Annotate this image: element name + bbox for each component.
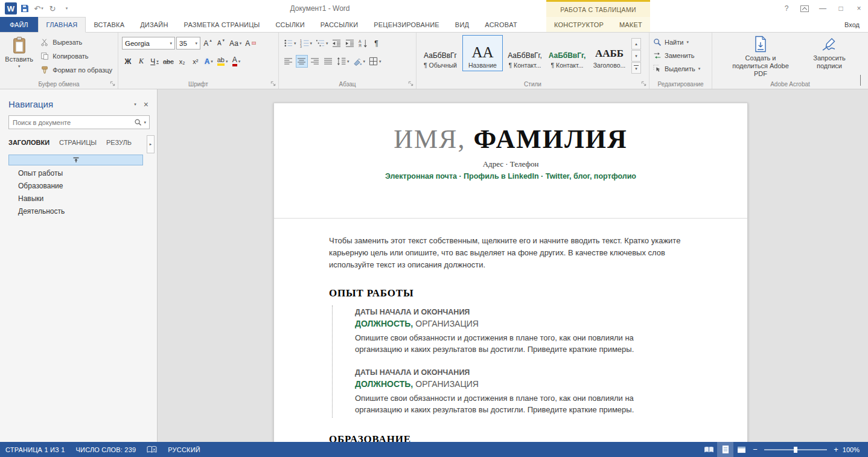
italic-button[interactable]: К xyxy=(135,55,147,68)
style-item-normal[interactable]: АаБбВвГг ¶ Обычный xyxy=(420,35,461,71)
paragraph-dialog-launcher[interactable] xyxy=(408,81,413,86)
entry-position-line[interactable]: ДОЛЖНОСТЬ,ОРГАНИЗАЦИЯ xyxy=(355,319,689,328)
close-button[interactable]: × xyxy=(850,0,868,17)
tab-mailings[interactable]: РАССЫЛКИ xyxy=(313,17,366,32)
word-app-icon[interactable]: W xyxy=(5,2,17,14)
zoom-slider-thumb[interactable] xyxy=(794,447,797,453)
select-button[interactable]: Выделить ▾ xyxy=(653,63,708,75)
web-layout-button[interactable] xyxy=(733,442,750,457)
heading-item-experience[interactable]: Опыт работы xyxy=(0,167,157,180)
superscript-button[interactable]: x² xyxy=(190,55,202,68)
align-left-button[interactable] xyxy=(282,55,295,68)
undo-button[interactable]: ↶▾ xyxy=(33,2,45,15)
styles-scroll-down-button[interactable]: ▾ xyxy=(631,50,641,62)
close-pane-button[interactable]: × xyxy=(144,100,148,109)
tab-page-layout[interactable]: РАЗМЕТКА СТРАНИЦЫ xyxy=(176,17,268,32)
tab-review[interactable]: РЕЦЕНЗИРОВАНИЕ xyxy=(366,17,447,32)
summary-paragraph[interactable]: Чтобы заменить этот текст собственным, щ… xyxy=(329,235,689,271)
tab-acrobat[interactable]: ACROBAT xyxy=(477,17,525,32)
tab-insert[interactable]: ВСТАВКА xyxy=(86,17,132,32)
zoom-in-button[interactable]: + xyxy=(831,445,841,454)
word-count-status[interactable]: ЧИСЛО СЛОВ: 239 xyxy=(71,442,142,457)
language-status[interactable]: РУССКИЙ xyxy=(162,442,206,457)
nav-tab-headings[interactable]: ЗАГОЛОВКИ xyxy=(8,139,49,146)
entry-description[interactable]: Опишите свои обязанности и достижения в … xyxy=(355,332,657,355)
underline-button[interactable]: Ч▾ xyxy=(148,55,161,68)
style-item-contact-1[interactable]: АаБбВвГг, ¶ Контакт... xyxy=(505,35,545,71)
line-spacing-button[interactable]: ▾ xyxy=(336,55,351,68)
print-layout-button[interactable] xyxy=(717,442,733,457)
find-button[interactable]: Найти ▾ xyxy=(653,36,708,48)
sign-in-link[interactable]: Вход xyxy=(844,17,860,32)
experience-heading[interactable]: ОПЫТ РАБОТЫ xyxy=(329,287,689,299)
entry-organization[interactable]: ОРГАНИЗАЦИЯ xyxy=(415,379,479,389)
sort-button[interactable] xyxy=(357,37,369,50)
zoom-slider[interactable] xyxy=(764,449,827,450)
font-dialog-launcher[interactable] xyxy=(270,81,276,86)
tab-file[interactable]: ФАЙЛ xyxy=(0,17,38,32)
resume-body[interactable]: Чтобы заменить этот текст собственным, щ… xyxy=(274,218,747,442)
resume-links-line[interactable]: Электронная почта · Профиль в LinkedIn ·… xyxy=(274,172,747,181)
subscript-button[interactable]: x₂ xyxy=(176,55,188,68)
tab-table-design[interactable]: КОНСТРУКТОР xyxy=(546,17,611,32)
tab-references[interactable]: ССЫЛКИ xyxy=(267,17,312,32)
multilevel-list-button[interactable]: ▾ xyxy=(314,37,330,50)
request-signatures-button[interactable]: Запросить подписи xyxy=(808,36,851,78)
text-effects-button[interactable]: А▾ xyxy=(203,55,215,68)
justify-button[interactable] xyxy=(322,55,334,68)
experience-entry[interactable]: ДАТЫ НАЧАЛА И ОКОНЧАНИЯ ДОЛЖНОСТЬ,ОРГАНИ… xyxy=(355,368,689,415)
zoom-out-button[interactable]: − xyxy=(750,445,761,454)
page-number-status[interactable]: СТРАНИЦА 1 ИЗ 1 xyxy=(0,442,71,457)
nav-tab-results[interactable]: РЕЗУЛЬ xyxy=(106,139,132,146)
entry-position[interactable]: ДОЛЖНОСТЬ, xyxy=(355,319,413,328)
read-mode-button[interactable] xyxy=(701,442,717,457)
redo-button[interactable]: ↻ xyxy=(46,2,59,15)
clear-formatting-button[interactable]: А xyxy=(244,37,257,50)
bold-button[interactable]: Ж xyxy=(122,55,134,68)
cut-button[interactable]: Вырезать xyxy=(38,36,114,49)
pane-options-button[interactable]: ▾ xyxy=(134,102,136,107)
show-paragraph-marks-button[interactable]: ¶ xyxy=(371,37,383,50)
entry-dates[interactable]: ДАТЫ НАЧАЛА И ОКОНЧАНИЯ xyxy=(355,368,689,377)
styles-dialog-launcher[interactable] xyxy=(641,81,646,86)
selected-heading-item[interactable] xyxy=(8,155,143,165)
align-center-button[interactable] xyxy=(296,55,308,68)
minimize-button[interactable]: — xyxy=(814,0,832,17)
highlight-color-button[interactable]: ab▾ xyxy=(216,55,229,68)
document-canvas[interactable]: ИМЯ, ФАМИЛИЯ Адрес · Телефон Электронная… xyxy=(158,89,868,442)
replace-button[interactable]: Заменить xyxy=(653,50,708,62)
ribbon-display-options-button[interactable] xyxy=(796,0,814,17)
maximize-button[interactable]: □ xyxy=(832,0,850,17)
entry-description[interactable]: Опишите свои обязанности и достижения в … xyxy=(355,392,657,415)
search-input[interactable] xyxy=(9,119,134,126)
resume-first-name[interactable]: ИМЯ, xyxy=(394,124,465,154)
experience-entries[interactable]: ДАТЫ НАЧАЛА И ОКОНЧАНИЯ ДОЛЖНОСТЬ,ОРГАНИ… xyxy=(332,305,689,418)
tab-table-layout[interactable]: МАКЕТ xyxy=(611,17,650,32)
proofing-status-button[interactable] xyxy=(141,442,162,457)
numbering-button[interactable]: ▾ xyxy=(299,37,314,50)
document-page[interactable]: ИМЯ, ФАМИЛИЯ Адрес · Телефон Электронная… xyxy=(273,103,748,442)
collapse-ribbon-button[interactable] xyxy=(860,75,861,86)
entry-position[interactable]: ДОЛЖНОСТЬ, xyxy=(355,379,413,389)
heading-item-activity[interactable]: Деятельность xyxy=(0,205,157,218)
education-heading[interactable]: ОБРАЗОВАНИЕ xyxy=(329,433,689,442)
style-item-heading[interactable]: ААББ Заголово... xyxy=(589,35,630,71)
entry-organization[interactable]: ОРГАНИЗАЦИЯ xyxy=(415,319,479,328)
entry-position-line[interactable]: ДОЛЖНОСТЬ,ОРГАНИЗАЦИЯ xyxy=(355,379,689,389)
nav-tab-pages[interactable]: СТРАНИЦЫ xyxy=(59,139,97,146)
zoom-percentage[interactable]: 100% xyxy=(841,446,868,453)
grow-font-button[interactable]: А▴ xyxy=(202,37,214,50)
resume-address-phone[interactable]: Адрес · Телефон xyxy=(274,159,747,169)
tab-view[interactable]: ВИД xyxy=(447,17,477,32)
entry-dates[interactable]: ДАТЫ НАЧАЛА И ОКОНЧАНИЯ xyxy=(355,308,689,316)
tab-home[interactable]: ГЛАВНАЯ xyxy=(38,17,86,33)
experience-entry[interactable]: ДАТЫ НАЧАЛА И ОКОНЧАНИЯ ДОЛЖНОСТЬ,ОРГАНИ… xyxy=(355,308,689,355)
shrink-font-button[interactable]: А▾ xyxy=(215,37,227,50)
qat-customize-button[interactable]: ▾ xyxy=(60,2,72,15)
bullets-button[interactable]: ▾ xyxy=(282,37,298,50)
style-item-contact-2[interactable]: АаБбВвГг, ¶ Контакт... xyxy=(547,35,587,71)
tab-design[interactable]: ДИЗАЙН xyxy=(132,17,176,32)
heading-item-education[interactable]: Образование xyxy=(0,180,157,193)
strikethrough-button[interactable]: abc xyxy=(162,55,175,68)
styles-more-button[interactable]: ▾ xyxy=(631,62,641,74)
